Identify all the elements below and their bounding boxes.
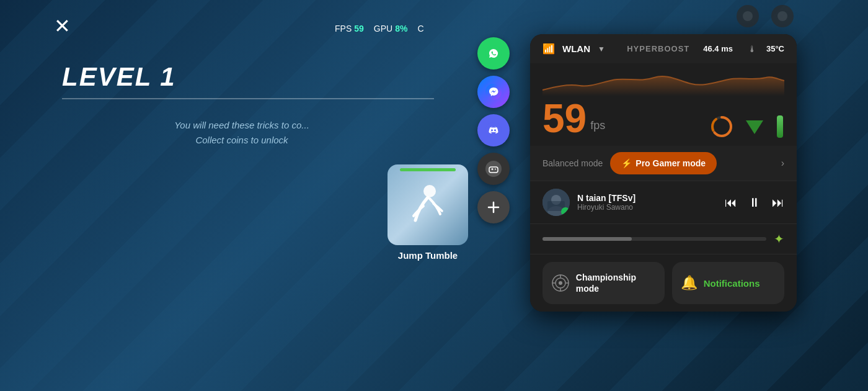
mode-chevron-icon[interactable]: ›: [781, 158, 784, 169]
cpu-status: C: [417, 24, 423, 34]
close-icon: ✕: [54, 16, 71, 36]
notification-bell-icon: 🔔: [681, 275, 698, 291]
app-sidebar: [477, 37, 510, 223]
music-next-button[interactable]: ⏭: [772, 196, 784, 210]
add-svg: [486, 200, 501, 215]
svg-point-20: [777, 11, 787, 21]
fps-graph-svg: [542, 68, 784, 96]
gpu-label: GPU: [374, 24, 392, 34]
wlan-dropdown-icon[interactable]: ▼: [598, 45, 605, 53]
fps-unit: fps: [590, 119, 605, 132]
wlan-label: WLAN: [562, 43, 590, 54]
championship-label: Championship mode: [576, 272, 656, 294]
bar-indicator-svg: [776, 115, 784, 138]
fps-status: FPS 59: [335, 24, 364, 34]
svg-rect-11: [777, 115, 783, 138]
whatsapp-icon-button[interactable]: [477, 37, 510, 70]
bottom-actions: Championship mode 🔔 Notifications: [530, 254, 797, 312]
messenger-svg: [485, 83, 502, 101]
svg-point-0: [423, 185, 436, 197]
panel-header: 📶 WLAN ▼ HYPERBOOST 46.4 ms 🌡 35°C: [530, 34, 797, 63]
brightness-fill: [542, 237, 632, 241]
gpu-value: 8%: [395, 24, 407, 34]
top-status-bar: FPS 59 GPU 8% C: [335, 24, 424, 34]
brightness-slider[interactable]: [542, 237, 766, 241]
discord-svg: [485, 122, 502, 139]
trick-card: Jump Tumble: [388, 164, 468, 261]
messenger-icon-button[interactable]: [477, 76, 510, 108]
championship-mode-card[interactable]: Championship mode: [542, 262, 665, 304]
divider: [62, 98, 434, 99]
championship-icon: [551, 273, 570, 293]
svg-marker-10: [746, 120, 763, 134]
fps-indicators: [710, 115, 784, 138]
music-controls: ⏮ ⏸ ⏭: [725, 196, 784, 210]
svg-point-18: [559, 281, 562, 285]
trick-card-image: [388, 164, 468, 245]
top-nav-area: [737, 5, 794, 27]
trick-label: Jump Tumble: [388, 250, 468, 261]
wifi-icon: 📶: [542, 43, 555, 55]
mode-section: Balanced mode ⚡ Pro Gamer mode ›: [530, 146, 797, 181]
music-pause-button[interactable]: ⏸: [748, 196, 761, 210]
ping-value: 46.4 ms: [703, 44, 733, 53]
svg-point-6: [495, 169, 496, 170]
nav-icon-2[interactable]: [771, 5, 794, 27]
music-section: N taian [TFSv] Hiroyuki Sawano ⏮ ⏸ ⏭: [530, 181, 797, 223]
fps-number: 59: [542, 99, 587, 138]
brightness-icon: ✦: [774, 231, 784, 246]
trick-figure-svg: [406, 180, 450, 230]
fps-value: 59: [354, 24, 364, 34]
fps-display: 59 fps: [542, 99, 784, 138]
close-button[interactable]: ✕: [50, 14, 74, 38]
brightness-section: ✦: [530, 223, 797, 254]
hyperboost-label: HYPERBOOST: [627, 44, 689, 53]
avatar-image: [542, 189, 570, 216]
championship-svg: [552, 274, 569, 292]
notifications-card[interactable]: 🔔 Notifications: [672, 262, 784, 304]
music-prev-button[interactable]: ⏮: [725, 196, 737, 210]
svg-point-2: [485, 84, 502, 100]
music-info: N taian [TFSv] Hiroyuki Sawano: [577, 193, 717, 212]
pro-mode-label: Pro Gamer mode: [636, 158, 706, 168]
fps-section: 59 fps: [530, 63, 797, 146]
temp-value: 35°C: [766, 44, 784, 53]
svg-point-4: [485, 161, 502, 177]
spotify-badge: [561, 207, 570, 216]
triangle-indicator-svg: [743, 115, 766, 138]
pro-gamer-mode-button[interactable]: ⚡ Pro Gamer mode: [610, 152, 717, 174]
game-content-area: LEVEL 1 You will need these tricks to co…: [0, 50, 484, 148]
discord-icon-button[interactable]: [477, 114, 510, 146]
notifications-label: Notifications: [704, 278, 760, 289]
svg-point-19: [743, 11, 753, 21]
gpu-status: GPU 8%: [374, 24, 408, 34]
whatsapp-svg: [485, 45, 502, 62]
overlay-panel: 📶 WLAN ▼ HYPERBOOST 46.4 ms 🌡 35°C 59: [530, 34, 797, 312]
nav-icon-1[interactable]: [737, 5, 759, 27]
music-artist: Hiroyuki Sawano: [577, 203, 717, 212]
lightning-icon: ⚡: [621, 158, 632, 168]
arc-indicator-svg: [710, 115, 733, 138]
gamehub-svg: [485, 160, 502, 178]
add-app-button[interactable]: [477, 191, 510, 223]
music-avatar: [542, 189, 570, 216]
fps-label: FPS: [335, 24, 352, 34]
level-title: LEVEL 1: [0, 50, 484, 98]
cpu-label: C: [417, 24, 423, 34]
music-title: N taian [TFSv]: [577, 193, 717, 203]
game-hub-icon-button[interactable]: [477, 153, 510, 185]
balanced-mode-button[interactable]: Balanced mode: [542, 156, 603, 171]
thermometer-icon: 🌡: [748, 44, 756, 54]
fps-graph: [542, 68, 784, 96]
instruction-text: You will need these tricks to co... Coll…: [0, 118, 484, 148]
